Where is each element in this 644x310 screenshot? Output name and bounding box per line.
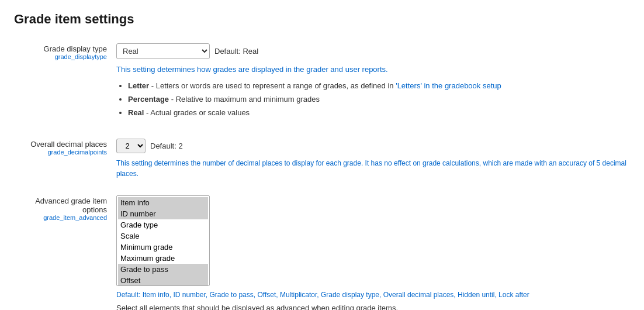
- advanced-options-instruction: Select all elements that should be displ…: [116, 304, 630, 310]
- advanced-options-default: Default: Item info, ID number, Grade to …: [116, 290, 630, 300]
- advanced-options-label: Advanced grade item options: [14, 197, 107, 214]
- advanced-options-sublabel: grade_item_advanced: [14, 214, 107, 221]
- decimal-places-default: Default: 2: [150, 142, 183, 150]
- decimal-places-sublabel: grade_decimalpoints: [14, 149, 107, 156]
- grade-display-type-select[interactable]: Letter Percentage Real: [116, 43, 210, 59]
- decimal-places-input[interactable]: 0 1 2 3 4 5: [116, 139, 146, 153]
- grade-display-type-bullets: Letter - Letters or words are used to re…: [128, 79, 630, 120]
- grade-display-type-sublabel: grade_displaytype: [14, 53, 107, 60]
- page-title: Grade item settings: [14, 12, 630, 27]
- grade-display-type-default: Default: Real: [214, 47, 258, 56]
- decimal-places-warning: This setting determines the number of de…: [116, 158, 630, 179]
- grade-display-type-info: This setting determines how grades are d…: [116, 64, 630, 75]
- decimal-places-label: Overall decimal places: [14, 140, 107, 149]
- grade-display-type-label: Grade display type: [14, 44, 107, 53]
- advanced-options-select[interactable]: Item info ID number Grade type Scale Min…: [116, 195, 210, 286]
